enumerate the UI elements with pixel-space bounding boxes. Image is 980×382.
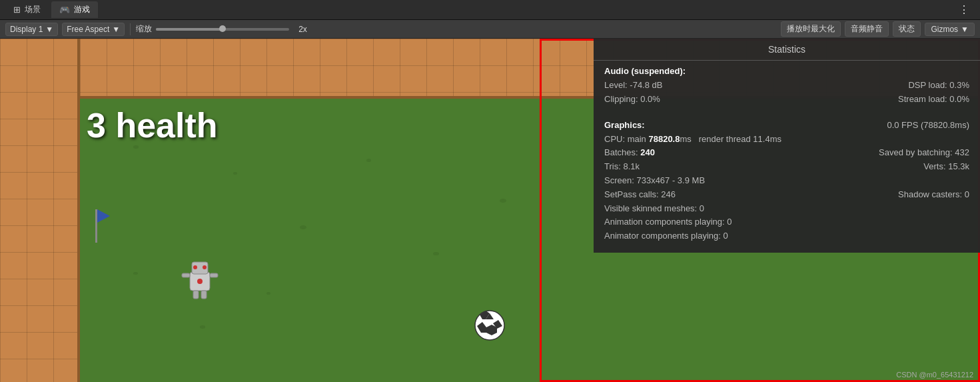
display-chevron-icon: ▼	[45, 25, 53, 34]
graphics-section: Graphics: 0.0 FPS (78820.8ms) CPU: main …	[594, 115, 980, 246]
tris-verts-row: Tris: 8.1k Verts: 15.3k	[604, 160, 969, 174]
visible-meshes: Visible skinned meshes: 0	[604, 202, 704, 216]
grass-detail	[433, 252, 439, 255]
zoom-slider-thumb	[219, 25, 226, 32]
visible-meshes-row: Visible skinned meshes: 0	[604, 202, 969, 216]
aspect-dropdown[interactable]: Free Aspect ▼	[62, 23, 125, 36]
stream-load: Stream load: 0.0%	[898, 93, 969, 107]
mute-button[interactable]: 音频静音	[845, 21, 889, 37]
cpu-row: CPU: main 78820.8ms render thread 11.4ms	[604, 133, 969, 147]
animation-row: Animation components playing: 0	[604, 215, 969, 229]
zoom-slider-fill	[156, 28, 223, 31]
wall-left	[0, 39, 80, 382]
grass-detail	[133, 272, 138, 275]
grass-detail	[133, 145, 139, 149]
zoom-value: 2x	[298, 25, 307, 34]
svg-rect-8	[182, 273, 190, 277]
statistics-title: Statistics	[594, 39, 980, 61]
screen-info: Screen: 733x467 - 3.9 MB	[604, 174, 705, 188]
flag	[83, 206, 110, 249]
svg-point-5	[203, 265, 207, 269]
svg-rect-9	[210, 273, 218, 277]
display-label: Display 1	[10, 25, 43, 34]
game-icon: 🎮	[59, 5, 70, 15]
audio-level-row: Level: -74.8 dB DSP load: 0.3%	[604, 79, 969, 93]
animator-components: Animator components playing: 0	[604, 229, 728, 243]
zoom-slider[interactable]	[156, 28, 289, 31]
game-area: 3 health	[0, 39, 980, 382]
grass-detail	[500, 199, 506, 203]
gizmos-label: Gizmos	[931, 25, 958, 34]
tab-scene[interactable]: ⊞ 场景	[5, 1, 49, 18]
tab-bar: ⊞ 场景 🎮 游戏 ⋮	[0, 0, 980, 20]
separator-1	[130, 23, 131, 35]
batches-row: Batches: 240 Saved by batching: 432	[604, 146, 969, 160]
audio-clipping-row: Clipping: 0.0% Stream load: 0.0%	[604, 93, 969, 107]
animation-components: Animation components playing: 0	[604, 215, 732, 229]
tab-game[interactable]: 🎮 游戏	[51, 1, 98, 18]
svg-point-10	[197, 279, 203, 284]
animator-row: Animator components playing: 0	[604, 229, 969, 243]
setpass-row: SetPass calls: 246 Shadow casters: 0	[604, 188, 969, 202]
gizmos-chevron-icon: ▼	[961, 25, 969, 34]
grass-detail	[266, 292, 270, 295]
shadow-info: Shadow casters: 0	[898, 188, 969, 202]
aspect-chevron-icon: ▼	[112, 25, 120, 34]
grass-detail	[233, 172, 237, 175]
stats-button[interactable]: 状态	[893, 21, 921, 37]
grass-detail	[366, 159, 371, 162]
health-label: health	[115, 106, 217, 145]
display-dropdown[interactable]: Display 1 ▼	[5, 23, 58, 36]
cpu-info: CPU: main 78820.8ms render thread 11.4ms	[604, 133, 781, 147]
audio-section: Audio (suspended): Level: -74.8 dB DSP l…	[594, 61, 980, 109]
audio-section-title: Audio (suspended):	[604, 66, 969, 76]
aspect-label: Free Aspect	[67, 25, 109, 34]
more-options-button[interactable]: ⋮	[953, 3, 975, 16]
verts-info: Verts: 15.3k	[923, 160, 969, 174]
stats-divider	[594, 109, 980, 115]
screen-row: Screen: 733x467 - 3.9 MB	[604, 174, 969, 188]
grass-detail	[200, 325, 205, 329]
audio-level-label: Level: -74.8 dB	[604, 79, 908, 93]
setpass-info: SetPass calls: 246	[604, 188, 676, 202]
audio-clipping: Clipping: 0.0%	[604, 93, 898, 107]
scene-icon: ⊞	[13, 5, 21, 15]
tab-scene-label: 场景	[25, 4, 41, 15]
watermark: CSDN @m0_65431212	[896, 371, 973, 379]
svg-point-4	[193, 265, 197, 269]
grass-detail	[300, 225, 306, 229]
gizmos-button[interactable]: Gizmos ▼	[925, 23, 975, 36]
tab-game-label: 游戏	[74, 4, 90, 15]
saved-batching: Saved by batching: 432	[879, 146, 969, 160]
tris-info: Tris: 8.1k	[604, 160, 640, 174]
zoom-label: 缩放	[136, 23, 152, 35]
graphics-section-title: Graphics:	[604, 120, 645, 130]
health-display: 3 health	[87, 105, 218, 145]
batches-info: Batches: 240	[604, 146, 655, 160]
dsp-load: DSP load: 0.3%	[908, 79, 969, 93]
svg-rect-0	[95, 209, 97, 243]
health-number: 3	[87, 106, 106, 145]
toolbar: Display 1 ▼ Free Aspect ▼ 缩放 2x 播放时最大化 音…	[0, 20, 980, 39]
svg-rect-7	[201, 291, 207, 299]
soccer-ball	[473, 309, 506, 342]
svg-marker-1	[97, 209, 110, 223]
fps-value: 0.0 FPS (78820.8ms)	[887, 120, 969, 130]
toolbar-right: 播放时最大化 音频静音 状态 Gizmos ▼	[781, 21, 975, 37]
svg-rect-6	[193, 291, 199, 299]
maximize-button[interactable]: 播放时最大化	[781, 21, 841, 37]
statistics-panel: Statistics Audio (suspended): Level: -74…	[594, 39, 980, 253]
robot-character	[180, 255, 220, 302]
